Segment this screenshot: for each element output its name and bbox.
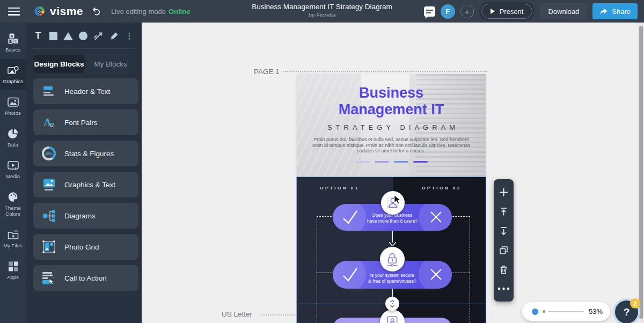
share-button[interactable]: Share: [592, 3, 638, 19]
play-icon: [491, 9, 495, 14]
diagram-block[interactable]: OPTION 01 OPTION 02 Does your business h…: [297, 177, 486, 323]
help-notification-badge: 2: [630, 298, 640, 309]
scrollbar-thumb[interactable]: [639, 26, 643, 319]
zoom-slider-handle[interactable]: [532, 309, 538, 315]
paper-size-dotline: [261, 314, 297, 315]
comments-icon[interactable]: [424, 6, 435, 17]
text-tool-icon[interactable]: T: [33, 30, 43, 42]
option1-label[interactable]: OPTION 01: [302, 186, 377, 190]
avatar[interactable]: F: [441, 4, 455, 19]
hero-block[interactable]: Business Management IT STRATEGY DIAGRAM …: [297, 74, 486, 177]
photo-grid-icon: [33, 240, 64, 254]
tab-design-blocks[interactable]: Design Blocks: [33, 55, 85, 73]
graphics-shapes-icon: [7, 64, 19, 76]
block-photo-grid[interactable]: Photo Grid: [33, 234, 138, 260]
hero-divider-dashes: [297, 161, 486, 163]
zoom-fit-marker: [543, 310, 545, 313]
square-tool-icon[interactable]: [48, 30, 58, 42]
undo-icon[interactable]: [91, 7, 101, 16]
header-text-icon: [33, 85, 64, 98]
visme-editor: visme Live editing mode Online Business …: [0, 0, 644, 323]
sidebar-item-my-files[interactable]: My Files: [0, 223, 26, 254]
design-blocks-panel: T ⋮ Design Blocks My Blocks: [26, 23, 142, 323]
arrow-tool-icon[interactable]: [93, 30, 104, 42]
circle-tool-icon[interactable]: [78, 30, 88, 42]
hero-title[interactable]: Business Management IT: [319, 85, 464, 118]
my-files-folder-icon: [7, 229, 19, 240]
pen-tool-icon[interactable]: [109, 30, 119, 42]
sidebar-item-graphics[interactable]: Graphics: [0, 58, 26, 90]
move-block-down-button[interactable]: [496, 223, 512, 239]
live-editing-label: Live editing mode: [111, 8, 166, 16]
delete-block-button[interactable]: [496, 261, 512, 277]
triangle-tool-icon[interactable]: [63, 30, 73, 42]
visme-logo[interactable]: visme: [33, 5, 83, 18]
block-stats-figures[interactable]: 40% Stats & Figures: [33, 141, 138, 166]
svg-text:B: B: [9, 39, 12, 43]
block-font-pairs[interactable]: Aa Font Pairs: [33, 109, 138, 135]
hamburger-menu-icon[interactable]: [8, 8, 20, 16]
option2-label[interactable]: OPTION 02: [404, 186, 479, 190]
paper-size-label: US Letter: [222, 310, 252, 318]
document-author: by Fiorella: [209, 12, 435, 18]
design-blocks-list: Header & Text Aa Font Pairs 40% Stats & …: [33, 78, 138, 291]
mouse-cursor: [393, 195, 401, 204]
scroll-node-circle[interactable]: [385, 297, 399, 311]
shape-tools-row: T ⋮: [26, 26, 142, 46]
more-tools-icon[interactable]: ⋮: [125, 30, 134, 42]
tab-my-blocks[interactable]: My Blocks: [85, 55, 136, 73]
lock-icon: [385, 252, 400, 267]
help-button[interactable]: ? 2: [615, 300, 638, 323]
duplicate-block-button[interactable]: [496, 242, 512, 258]
diagrams-icon: [33, 209, 64, 222]
block-call-to-action[interactable]: Call to Action: [33, 265, 138, 291]
hero-subtitle[interactable]: STRATEGY DIAGRAM: [297, 123, 486, 131]
download-button[interactable]: Download: [540, 3, 587, 19]
add-collaborator-icon[interactable]: +: [460, 5, 474, 18]
add-block-button[interactable]: [496, 184, 512, 200]
apps-grid-icon: [7, 260, 19, 272]
page-label: PAGE 1: [254, 68, 280, 76]
zoom-control: 53%: [522, 302, 610, 321]
basics-blocks-icon: A B C: [7, 33, 19, 45]
present-button[interactable]: Present: [481, 4, 533, 19]
photos-image-icon: [7, 96, 19, 108]
sidebar-item-photos[interactable]: Photos: [0, 90, 26, 122]
call-to-action-icon: [33, 271, 64, 285]
canvas-scrollbar[interactable]: [638, 23, 644, 323]
left-sidebar: A B C Basics Graphics Photos: [0, 23, 26, 323]
sidebar-item-theme-colors[interactable]: Theme Colors: [0, 185, 26, 223]
panel-tabs: Design Blocks My Blocks: [33, 55, 136, 73]
block-diagrams[interactable]: Diagrams: [33, 203, 138, 229]
sidebar-item-apps[interactable]: Apps: [0, 254, 26, 286]
sidebar-item-basics[interactable]: A B C Basics: [0, 27, 26, 58]
visme-chameleon-icon: [33, 5, 46, 18]
share-arrow-icon: [599, 8, 608, 16]
zoom-slider-track[interactable]: [548, 311, 583, 312]
hero-body-text[interactable]: Proin purus dui, faucibus et nulla sed, …: [311, 137, 472, 154]
chevrons-updown-icon: [389, 299, 396, 308]
logo-wordmark: visme: [50, 5, 83, 18]
sidebar-item-media[interactable]: Media: [0, 153, 26, 185]
media-video-icon: [7, 159, 19, 171]
help-question-glyph: ?: [624, 306, 630, 318]
online-status: Online: [169, 8, 190, 16]
block-actions-toolbar: [494, 179, 514, 302]
svg-text:C: C: [14, 39, 17, 43]
move-block-up-button[interactable]: [496, 203, 512, 219]
document-title[interactable]: Business Management IT Strategy Diagram: [209, 3, 435, 11]
id-card-icon: [385, 315, 399, 323]
page-boundary-dotline: [283, 71, 487, 72]
more-actions-button[interactable]: [496, 281, 512, 297]
flow-connector: [392, 231, 393, 243]
question-text-2[interactable]: Is your system secure & free of spam/vir…: [352, 273, 433, 284]
theme-colors-palette-icon: [7, 191, 19, 203]
flow-connector: [392, 289, 393, 297]
block-header-text[interactable]: Header & Text: [33, 78, 138, 104]
block-graphics-text[interactable]: Graphics & Text: [33, 172, 138, 197]
top-bar: visme Live editing mode Online Business …: [0, 0, 644, 23]
sidebar-item-data[interactable]: Data: [0, 122, 26, 153]
lock-node-circle[interactable]: [380, 247, 405, 271]
data-pie-icon: [7, 128, 19, 140]
graphics-text-icon: [33, 178, 64, 192]
